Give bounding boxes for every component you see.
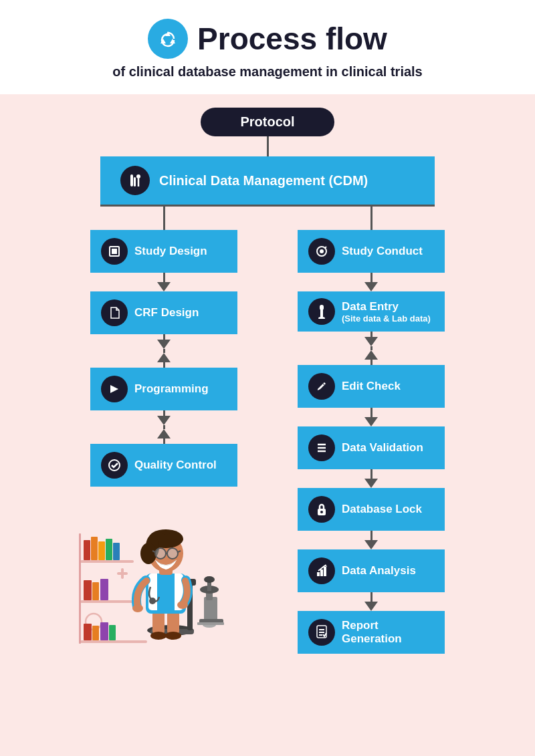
- cdm-icon: [120, 166, 150, 195]
- data-entry-item: Data Entry (Site data & Lab data): [298, 291, 445, 332]
- study-conduct-icon: [308, 238, 335, 265]
- flow-section: Protocol Clinical Data Management (CDM): [0, 94, 535, 674]
- svg-rect-33: [167, 610, 179, 634]
- svg-rect-74: [324, 567, 326, 576]
- svg-rect-15: [113, 543, 120, 560]
- svg-line-62: [325, 247, 326, 248]
- data-analysis-label: Data Analysis: [342, 564, 416, 578]
- edit-check-item: Edit Check: [298, 365, 445, 408]
- database-lock-icon: [308, 496, 335, 523]
- svg-rect-63: [320, 305, 324, 310]
- study-design-label: Study Design: [134, 245, 207, 258]
- report-generation-item: Report Generation: [298, 611, 445, 654]
- svg-rect-9: [80, 600, 134, 603]
- header-title: Process flow: [13, 19, 522, 59]
- study-design-icon: [101, 238, 128, 265]
- svg-rect-23: [92, 626, 99, 640]
- svg-point-35: [165, 632, 181, 640]
- quality-control-label: Quality Control: [134, 459, 217, 472]
- svg-rect-18: [100, 579, 108, 600]
- edit-check-label: Edit Check: [342, 380, 401, 393]
- svg-rect-17: [92, 582, 99, 600]
- svg-point-2: [136, 174, 140, 178]
- programming-item: Programming: [90, 368, 237, 410]
- data-validation-icon: [308, 434, 335, 461]
- svg-rect-16: [84, 580, 92, 600]
- header-section: Process flow of clinical database manage…: [0, 0, 535, 94]
- svg-rect-32: [152, 610, 165, 634]
- svg-rect-72: [317, 572, 320, 576]
- svg-marker-6: [110, 385, 118, 393]
- crf-design-icon: [101, 299, 128, 326]
- data-entry-icon: [308, 298, 335, 325]
- page-title: Process flow: [197, 21, 387, 57]
- svg-point-65: [318, 317, 325, 319]
- report-generation-icon: [308, 619, 335, 646]
- svg-rect-1: [134, 177, 136, 186]
- edit-check-icon: [308, 373, 335, 400]
- svg-rect-73: [320, 570, 323, 576]
- line-protocol-cdm: [267, 136, 269, 156]
- cdm-box: Clinical Data Management (CDM): [100, 156, 435, 205]
- svg-rect-10: [80, 640, 147, 643]
- programming-icon: [101, 376, 128, 402]
- data-validation-item: Data Validation: [298, 426, 445, 469]
- page-subtitle: of clinical database management in clini…: [13, 64, 522, 80]
- svg-rect-11: [84, 540, 90, 560]
- svg-point-46: [140, 543, 156, 564]
- svg-point-71: [320, 511, 323, 513]
- svg-rect-5: [112, 249, 117, 254]
- study-conduct-label: Study Conduct: [342, 245, 423, 258]
- svg-point-47: [155, 548, 166, 559]
- scientist-illustration: [74, 493, 227, 650]
- crf-design-item: CRF Design: [90, 291, 237, 334]
- study-design-item: Study Design: [90, 230, 237, 273]
- cdm-row: Clinical Data Management (CDM): [13, 156, 522, 205]
- svg-rect-12: [91, 537, 98, 560]
- svg-rect-25: [109, 625, 116, 640]
- report-generation-label: Report Generation: [342, 619, 434, 646]
- svg-rect-13: [98, 541, 105, 560]
- programming-label: Programming: [134, 382, 209, 396]
- svg-rect-59: [197, 622, 224, 625]
- recycle-icon: [148, 19, 188, 59]
- data-analysis-item: Data Analysis: [298, 549, 445, 592]
- svg-point-40: [132, 604, 143, 612]
- svg-point-7: [109, 460, 120, 471]
- database-lock-item: Database Lock: [298, 488, 445, 531]
- data-entry-sub: (Site data & Lab data): [342, 313, 431, 324]
- svg-rect-26: [79, 533, 81, 644]
- svg-point-48: [167, 548, 178, 559]
- svg-point-34: [150, 632, 167, 640]
- svg-point-41: [177, 601, 188, 609]
- crf-design-label: CRF Design: [134, 306, 199, 320]
- data-entry-label: Data Entry: [342, 300, 431, 313]
- svg-point-39: [149, 598, 156, 604]
- data-analysis-icon: [308, 557, 335, 584]
- svg-rect-20: [121, 568, 124, 579]
- right-column: Study Conduct Data Entry: [281, 207, 461, 654]
- protocol-box: Protocol: [201, 108, 334, 136]
- quality-control-icon: [101, 452, 128, 479]
- svg-rect-14: [106, 539, 112, 560]
- study-conduct-item: Study Conduct: [298, 230, 445, 273]
- svg-point-61: [320, 249, 324, 253]
- database-lock-label: Database Lock: [342, 503, 422, 516]
- cdm-label: Clinical Data Management (CDM): [159, 173, 368, 188]
- svg-point-57: [204, 576, 215, 583]
- svg-rect-24: [100, 622, 108, 640]
- data-validation-label: Data Validation: [342, 441, 423, 455]
- svg-rect-8: [80, 560, 134, 563]
- quality-control-item: Quality Control: [90, 444, 237, 487]
- left-column: Study Design CRF Design: [74, 207, 254, 650]
- svg-rect-38: [157, 574, 175, 610]
- svg-rect-22: [84, 624, 92, 640]
- svg-rect-0: [130, 174, 133, 186]
